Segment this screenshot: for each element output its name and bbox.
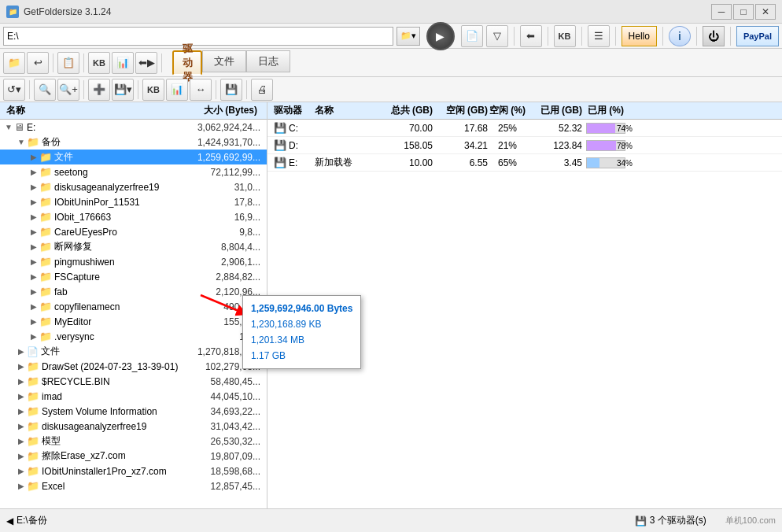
tree-item[interactable]: ▶📁diskusageanalyzerfree1931,043,42...: [0, 419, 267, 434]
search2-btn[interactable]: 🔍+: [57, 79, 79, 101]
tab-log[interactable]: 日志: [246, 50, 290, 72]
power-button[interactable]: ⏻: [703, 26, 725, 46]
nav-back-button[interactable]: ⬅: [520, 25, 542, 47]
tree-item-name: 模型: [42, 434, 180, 448]
tree-item[interactable]: ▶📁IObitUninPor_1153117,8...: [0, 194, 267, 209]
drive-free-gb: 17.68: [433, 123, 488, 134]
tree-item[interactable]: ▶📁copyfilenamecn490,90...: [0, 299, 267, 314]
paypal-button[interactable]: PayPal: [736, 26, 779, 46]
toolbar-btn-5[interactable]: 📊: [112, 52, 134, 74]
tree-item[interactable]: ▶📁seetong72,112,99...: [0, 164, 267, 179]
tree-body[interactable]: ▼🖥E:3,062,924,24...▼📁备份1,424,931,70...▶📁…: [0, 120, 267, 508]
tree-item[interactable]: ▶📁文件1,259,692,99...: [0, 150, 267, 164]
file-tree-panel: 名称 大小 (Bytes) ▼🖥E:3,062,924,24...▼📁备份1,4…: [0, 102, 267, 508]
print-btn[interactable]: 🖨: [251, 79, 273, 101]
tree-item[interactable]: ▶📁IObitUninstaller1Pro_xz7.com18,598,68.…: [0, 464, 267, 478]
tree-item[interactable]: ▶📁Excel12,857,45...: [0, 478, 267, 493]
tree-item[interactable]: ▶📁模型26,530,32...: [0, 434, 267, 449]
status-arrow-left: ◀: [6, 515, 13, 526]
tree-item[interactable]: ▼🖥E:3,062,924,24...: [0, 120, 267, 135]
toolbar-btn-3[interactable]: 📋: [57, 52, 79, 74]
tree-item-size: 1,424,931,70...: [180, 137, 267, 148]
tree-item[interactable]: ▼📁备份1,424,931,70...: [0, 135, 267, 150]
kb-btn-3[interactable]: KB: [142, 79, 164, 101]
secondary-toolbar: ↺▾ 🔍 🔍+ ➕ 💾▾ KB 📊 ↔ 💾 🖨: [0, 77, 782, 102]
used-bar-text: 74%: [606, 124, 644, 135]
minimize-button[interactable]: ─: [711, 4, 732, 20]
tree-item[interactable]: ▶📁DrawSet (2024-07-23_13-39-01)102,279,0…: [0, 359, 267, 374]
browse-button[interactable]: 📁▾: [397, 27, 420, 46]
tree-item-name: 擦除Erase_xz7.com: [42, 449, 180, 463]
tree-item-name: System Volume Information: [42, 406, 180, 417]
tree-item-name: copyfilenamecn: [54, 301, 180, 312]
tree-item-name: 文件: [41, 345, 180, 358]
drive-free-pct: 65%: [488, 157, 527, 168]
kb-btn-2[interactable]: KB: [88, 52, 110, 74]
tree-item[interactable]: ▶📁擦除Erase_xz7.com19,807,09...: [0, 449, 267, 464]
tree-item[interactable]: ▶📁imad44,045,10...: [0, 389, 267, 404]
hello-button[interactable]: Hello: [622, 26, 657, 46]
tree-item-icon: 📁: [27, 360, 39, 372]
tree-item[interactable]: ▶📁IObit_17666316,9...: [0, 209, 267, 224]
arrows-btn[interactable]: ↔: [190, 79, 212, 101]
tree-item[interactable]: ▶📁FSCapture2,884,82...: [0, 269, 267, 284]
col-free-pct: 空闲 (%): [488, 104, 527, 117]
copy-button[interactable]: 📄: [461, 25, 483, 47]
refresh-btn[interactable]: ↺▾: [3, 79, 25, 101]
drive-row[interactable]: 💾 C: 70.00 17.68 25% 52.32 74%: [267, 120, 782, 137]
drive-letter: 💾 D:: [267, 139, 315, 151]
stb-sep-2: [83, 80, 84, 99]
tree-item-icon: 📁: [39, 211, 52, 223]
tree-toggle-icon: ▶: [16, 377, 27, 386]
info-button[interactable]: i: [669, 26, 691, 46]
close-button[interactable]: ✕: [755, 4, 776, 20]
tree-item[interactable]: ▶📁System Volume Information34,693,22...: [0, 404, 267, 419]
tree-item[interactable]: ▶📁CareUEyesPro9,8...: [0, 224, 267, 239]
tree-item-name: FSCapture: [54, 272, 180, 283]
tree-item-size: 58,480,45...: [180, 376, 267, 387]
tree-item-size: 34,693,22...: [180, 406, 267, 417]
maximize-button[interactable]: □: [733, 4, 754, 20]
tree-item-icon: 📁: [39, 331, 52, 342]
tree-item-name: 文件: [54, 150, 180, 164]
drive-icon-status: 💾: [635, 515, 647, 526]
tab-drive[interactable]: 驱动器: [172, 50, 202, 76]
kb-unit-button[interactable]: KB: [554, 25, 576, 47]
drive-row[interactable]: 💾 E: 新加载卷 10.00 6.55 65% 3.45 34%: [267, 154, 782, 172]
add-btn[interactable]: ➕: [88, 79, 110, 101]
search-btn[interactable]: 🔍: [34, 79, 56, 101]
tree-item[interactable]: ▶📁MyEditor155,62...: [0, 314, 267, 329]
tab-file[interactable]: 文件: [202, 50, 246, 72]
drive-row[interactable]: 💾 D: 158.05 34.21 21% 123.84 78%: [267, 137, 782, 154]
save-btn[interactable]: 💾: [220, 79, 242, 101]
tree-toggle-icon: ▶: [16, 437, 27, 445]
tree-item[interactable]: ▶📁fab2,120,96...: [0, 284, 267, 299]
tree-item[interactable]: ▶📁diskusageanalyzerfree1931,0...: [0, 179, 267, 194]
tree-item-name: .verysync: [54, 331, 180, 342]
tree-item-size: 16,9...: [180, 212, 267, 223]
filter-button[interactable]: ▽: [486, 25, 508, 47]
watermark: 单机100.com: [725, 515, 776, 526]
tree-item[interactable]: ▶📄文件1,270,818,04...: [0, 344, 267, 359]
tree-toggle-icon: ▶: [28, 212, 39, 221]
drive-used-pct: 78%: [582, 139, 629, 151]
tree-item[interactable]: ▶📁.verysync1,1...: [0, 329, 267, 344]
list-view-button[interactable]: ☰: [588, 25, 610, 47]
tree-item-icon: 📁: [27, 390, 39, 402]
toolbar-btn-2[interactable]: ↩: [27, 52, 49, 74]
tree-item[interactable]: ▶📁$RECYCLE.BIN58,480,45...: [0, 374, 267, 389]
toolbar-btn-6[interactable]: ⬅▶: [135, 52, 157, 74]
address-input[interactable]: [3, 27, 393, 46]
used-bar-text: 78%: [606, 141, 644, 152]
toolbar-btn-1[interactable]: 📁: [3, 52, 25, 74]
tree-item-name: fab: [54, 286, 180, 297]
used-bar: 74%: [586, 123, 625, 134]
tree-item-name: $RECYCLE.BIN: [42, 376, 180, 387]
export-btn[interactable]: 💾▾: [112, 79, 134, 101]
tree-item[interactable]: ▶📁pingmushiwen2,906,1...: [0, 254, 267, 269]
tree-item-icon: 📁: [27, 435, 39, 447]
tree-item-name: IObitUninstaller1Pro_xz7.com: [42, 466, 180, 477]
scan-button[interactable]: ▶: [426, 22, 455, 50]
tree-item[interactable]: ▶📁断网修复8,804,4...: [0, 239, 267, 254]
chart-btn[interactable]: 📊: [166, 79, 188, 101]
